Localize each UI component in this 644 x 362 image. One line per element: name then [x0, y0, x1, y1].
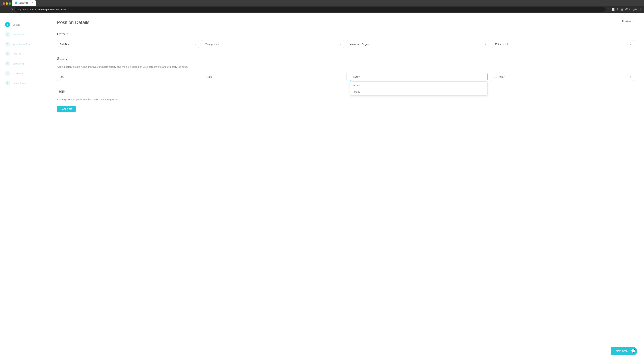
salary-section-desc: Adding salary details helps improve cand…: [57, 65, 634, 69]
sidebar-label-advertise: Advertise: [12, 72, 23, 75]
salary-period-wrapper: Yearly Yearly Hourly: [350, 73, 488, 81]
tags-section-title: Tags: [57, 89, 634, 93]
currency-dropdown[interactable]: US Dollar ▾: [491, 73, 634, 81]
education-chevron: ▾: [485, 43, 486, 45]
sidebar-item-screening[interactable]: 5 Screening: [5, 59, 42, 68]
preview-label: Preview: [622, 20, 631, 23]
tab-bar: Breezy HR ✕ +: [0, 0, 644, 6]
salary-max-input[interactable]: [204, 73, 347, 81]
education-value: Associate Degree: [350, 43, 370, 45]
sidebar-label-description: Description: [12, 33, 25, 36]
tags-section-desc: Add tags to your position to help keep t…: [57, 97, 634, 102]
incognito-badge: Incognito: [625, 8, 638, 11]
sidebar-item-details[interactable]: 1 Details: [5, 20, 42, 29]
sidebar-label-hiring-team: Hiring Team: [12, 82, 26, 84]
new-tab-btn[interactable]: +: [36, 1, 41, 6]
department-value: Management: [205, 43, 220, 45]
active-tab[interactable]: Breezy HR ✕: [12, 0, 36, 6]
sidebar-label-screening: Screening: [12, 62, 24, 65]
sidebar-circle-hiring-team: 7: [5, 80, 10, 85]
sidebar-circle-description: 2: [5, 32, 10, 37]
window-max-btn[interactable]: [9, 2, 11, 5]
forward-btn[interactable]: ›: [6, 7, 8, 11]
experience-value: Entry Level: [495, 43, 508, 45]
page-layout: 1 Details 2 Description 3 Application Fo…: [0, 13, 644, 355]
employment-type-chevron: ▾: [195, 43, 196, 45]
sidebar-circle-details: 1: [5, 22, 10, 27]
window-min-btn[interactable]: [6, 2, 8, 5]
address-input[interactable]: [15, 7, 606, 12]
experience-dropdown[interactable]: Entry Level ▾: [492, 40, 634, 48]
currency-chevron: ▾: [630, 76, 631, 78]
sidebar-label-details: Details: [12, 23, 20, 26]
menu-icon[interactable]: ⋮: [640, 8, 642, 11]
main-content: Position Details Preview ↗ Details Full-…: [47, 13, 644, 355]
education-dropdown[interactable]: Associate Degree ▾: [347, 40, 489, 48]
salary-min-input[interactable]: [57, 73, 200, 81]
employment-type-value: Full-Time: [60, 43, 70, 45]
experience-chevron: ▾: [630, 43, 631, 45]
page-title: Position Details: [57, 20, 634, 25]
salary-section: Salary Adding salary details helps impro…: [57, 56, 634, 81]
sidebar-item-hiring-team[interactable]: 7 Hiring Team: [5, 78, 42, 88]
department-chevron: ▾: [340, 43, 341, 45]
salary-option-yearly[interactable]: Yearly: [350, 82, 487, 88]
salary-period-options: Yearly Hourly: [350, 81, 488, 95]
incognito-label: Incognito: [629, 8, 638, 10]
details-dropdowns-row: Full-Time ▾ Management ▾ Associate Degre…: [57, 40, 634, 48]
window-close-btn[interactable]: [3, 2, 5, 5]
tab-favicon: [15, 1, 18, 4]
address-icons: ☆ ⬜ ⬇ ▣ Incognito ⋮: [607, 8, 642, 11]
chat-bubble[interactable]: 💬: [629, 347, 637, 355]
salary-section-title: Salary: [57, 56, 634, 61]
sidebar: 1 Details 2 Description 3 Application Fo…: [0, 13, 47, 355]
sidebar-label-application-form: Application Form: [12, 43, 31, 45]
currency-value: US Dollar: [494, 75, 504, 78]
employment-type-dropdown[interactable]: Full-Time ▾: [57, 40, 199, 48]
bookmark-icon[interactable]: ☆: [607, 8, 610, 11]
tags-section: Tags Add tags to your position to help k…: [57, 89, 634, 112]
sidebar-item-application-form[interactable]: 3 Application Form: [5, 39, 42, 49]
browser-chrome: Breezy HR ✕ + ‹ › ↻ ☆ ⬜ ⬇ ▣ Incognito ⋮: [0, 0, 644, 13]
add-tag-button[interactable]: + Add a tag: [57, 106, 76, 112]
reload-btn[interactable]: ↻: [10, 7, 14, 12]
sidebar-item-description[interactable]: 2 Description: [5, 29, 42, 39]
chat-icon: 💬: [631, 349, 636, 353]
sidebar-circle-pipeline: 4: [5, 51, 10, 56]
extensions-icon[interactable]: ⬜: [612, 8, 615, 11]
layout-icon[interactable]: ▣: [621, 8, 623, 11]
download-icon[interactable]: ⬇: [617, 8, 619, 11]
sidebar-label-pipeline: Pipeline: [12, 52, 21, 55]
address-bar: ‹ › ↻ ☆ ⬜ ⬇ ▣ Incognito ⋮: [0, 6, 644, 13]
salary-period-value: Yearly: [353, 75, 360, 78]
tab-close-btn[interactable]: ✕: [31, 2, 33, 4]
salary-option-hourly[interactable]: Hourly: [350, 88, 487, 95]
details-section-title: Details: [57, 32, 634, 36]
preview-link[interactable]: Preview ↗: [622, 20, 634, 23]
sidebar-circle-advertise: 6: [5, 71, 10, 76]
sidebar-circle-application-form: 3: [5, 41, 10, 46]
sidebar-circle-screening: 5: [5, 61, 10, 66]
tab-title: Breezy HR: [19, 2, 29, 4]
department-dropdown[interactable]: Management ▾: [202, 40, 344, 48]
back-btn[interactable]: ‹: [2, 7, 4, 11]
next-step-label: Next Step ›: [616, 350, 629, 353]
details-section: Details Full-Time ▾ Management ▾ Associa…: [57, 32, 634, 48]
external-link-icon: ↗: [632, 20, 634, 22]
sidebar-item-advertise[interactable]: 6 Advertise: [5, 68, 42, 78]
sidebar-item-pipeline[interactable]: 4 Pipeline: [5, 49, 42, 59]
salary-period-dropdown[interactable]: Yearly: [350, 73, 488, 81]
salary-row: Yearly Yearly Hourly US Dollar ▾: [57, 73, 634, 81]
